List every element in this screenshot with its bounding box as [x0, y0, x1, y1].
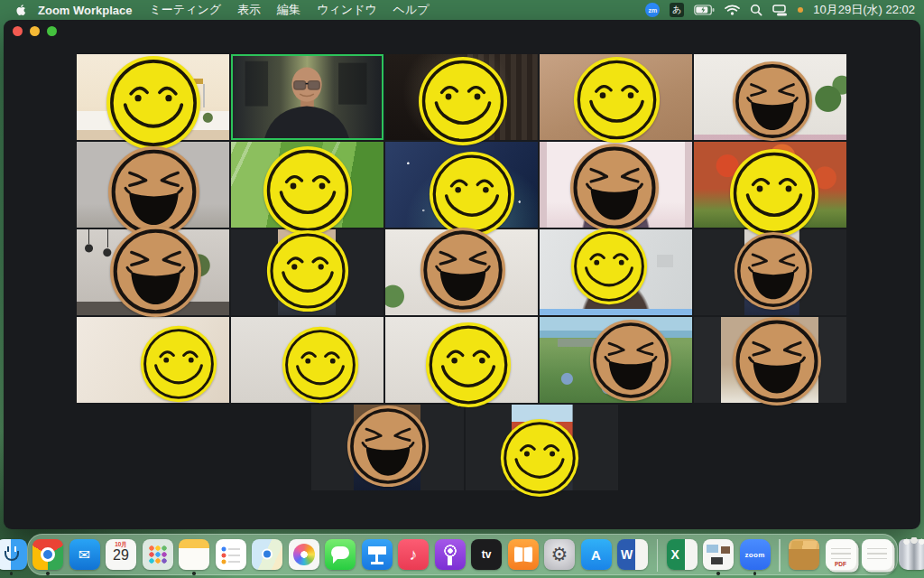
smiley-sticker [140, 325, 217, 403]
finder-icon[interactable] [0, 539, 27, 570]
smiley-sticker [570, 228, 648, 305]
package-icon[interactable] [789, 539, 819, 570]
appletv-icon[interactable]: tv [471, 539, 502, 570]
laughing-sticker [589, 319, 672, 402]
excel-icon[interactable]: X [667, 539, 698, 570]
laughing-sticker [569, 143, 660, 233]
running-indicator [716, 572, 720, 575]
excel-label: X [667, 539, 698, 570]
calendar-day: 29 [113, 548, 129, 564]
dock-item-excel[interactable]: X [667, 539, 698, 575]
calendar-icon[interactable]: 10月29 [106, 539, 136, 570]
input-source-icon[interactable]: あ [670, 3, 684, 17]
notes-icon[interactable] [179, 539, 209, 570]
spotlight-search-icon[interactable] [750, 4, 762, 16]
appletv-label: tv [471, 539, 502, 570]
dock-item-preview[interactable] [703, 539, 734, 575]
dock-item-chrome[interactable] [32, 539, 63, 575]
menu-bar-left: Zoom Workplace ミーティング表示編集ウィンドウヘルプ [9, 2, 438, 18]
minimize-button[interactable] [30, 26, 40, 36]
menu-window[interactable]: ウィンドウ [309, 2, 385, 18]
smiley-sticker [106, 55, 201, 151]
dock-item-appstore[interactable]: A [581, 539, 612, 575]
zoom-menubar-icon[interactable]: zm [645, 3, 660, 17]
dock-divider [779, 539, 781, 572]
trash-icon[interactable] [899, 539, 924, 570]
laughing-sticker [346, 405, 430, 488]
mail-glyph: ✉ [69, 539, 100, 570]
dock-item-finder[interactable] [0, 539, 27, 575]
zoom-meeting-window [4, 20, 920, 529]
dock-item-docpdf[interactable]: PDF [826, 539, 856, 575]
dock-item-photos[interactable] [289, 539, 319, 575]
dock-item-mail[interactable]: ✉ [69, 539, 100, 575]
dock-item-maps[interactable] [252, 539, 282, 575]
dock-item-zoomapp[interactable]: zoom [740, 539, 771, 575]
appstore-icon[interactable]: A [581, 539, 612, 570]
smiley-sticker [429, 151, 515, 238]
dock-item-appletv[interactable]: tv [471, 539, 502, 575]
smiley-sticker [729, 148, 819, 238]
dock-item-doc[interactable] [862, 539, 892, 575]
music-icon[interactable]: ♪ [398, 539, 429, 570]
menubar-app-name[interactable]: Zoom Workplace [38, 4, 133, 17]
menubar-menus: ミーティング表示編集ウィンドウヘルプ [142, 2, 438, 18]
podcasts-icon[interactable] [435, 539, 466, 570]
dock-item-settings[interactable]: ⚙ [544, 539, 575, 575]
launchpad-icon[interactable] [143, 539, 173, 570]
menu-meeting[interactable]: ミーティング [142, 2, 230, 18]
dock-item-music[interactable]: ♪ [398, 539, 429, 575]
running-indicator [46, 572, 50, 575]
menu-view[interactable]: 表示 [229, 2, 269, 18]
smiley-sticker [282, 326, 359, 404]
battery-charging-icon[interactable] [694, 5, 715, 15]
screen-mirroring-icon[interactable] [772, 5, 788, 16]
dock-item-keynote[interactable] [362, 539, 393, 575]
word-label: W [617, 539, 648, 570]
messages-icon[interactable] [325, 539, 356, 570]
music-glyph: ♪ [398, 539, 429, 570]
mail-icon[interactable]: ✉ [69, 539, 100, 570]
close-button[interactable] [13, 26, 23, 36]
dock-divider [657, 539, 659, 572]
maps-icon[interactable] [252, 539, 282, 570]
smiley-sticker [500, 418, 579, 498]
running-indicator [10, 572, 14, 575]
dock-item-calendar[interactable]: 10月29 [106, 539, 136, 575]
dock-item-notes[interactable] [179, 539, 209, 575]
menu-help[interactable]: ヘルプ [385, 2, 438, 18]
menu-edit[interactable]: 編集 [269, 2, 309, 18]
reminders-icon[interactable] [216, 539, 246, 570]
settings-icon[interactable]: ⚙ [544, 539, 575, 570]
laughing-sticker [734, 231, 813, 311]
smiley-sticker [266, 229, 349, 312]
dock-item-trash[interactable] [899, 539, 924, 575]
dock-item-launchpad[interactable] [143, 539, 173, 575]
apple-menu-icon[interactable] [14, 3, 27, 17]
keynote-icon[interactable] [362, 539, 393, 570]
dock-item-messages[interactable] [325, 539, 356, 575]
desktop: Zoom Workplace ミーティング表示編集ウィンドウヘルプ zm あ [0, 0, 924, 578]
dock-items: ✉10月29♪tv⚙AWXzoomPDF [0, 539, 924, 575]
smiley-sticker [573, 56, 661, 144]
menubar-clock[interactable]: 10月29日(水) 22:02 [813, 2, 915, 18]
dock-item-podcasts[interactable] [435, 539, 466, 575]
dock-item-reminders[interactable] [216, 539, 246, 575]
zoomapp-icon[interactable]: zoom [740, 539, 771, 570]
photos-icon[interactable] [289, 539, 319, 570]
doc-icon[interactable] [862, 539, 892, 570]
sticker-layer [4, 20, 920, 529]
smiley-sticker [263, 145, 353, 236]
word-icon[interactable]: W [617, 539, 648, 570]
smiley-sticker [425, 322, 512, 408]
books-icon[interactable] [508, 539, 539, 570]
dock-item-books[interactable] [508, 539, 539, 575]
fullscreen-button[interactable] [47, 26, 57, 36]
preview-icon[interactable] [703, 539, 734, 570]
docpdf-icon[interactable]: PDF [826, 539, 856, 570]
wifi-icon[interactable] [725, 5, 740, 15]
dock-item-word[interactable]: W [617, 539, 648, 575]
chrome-icon[interactable] [32, 539, 63, 570]
menu-bar: Zoom Workplace ミーティング表示編集ウィンドウヘルプ zm あ [0, 0, 924, 20]
dock-item-package[interactable] [789, 539, 819, 575]
